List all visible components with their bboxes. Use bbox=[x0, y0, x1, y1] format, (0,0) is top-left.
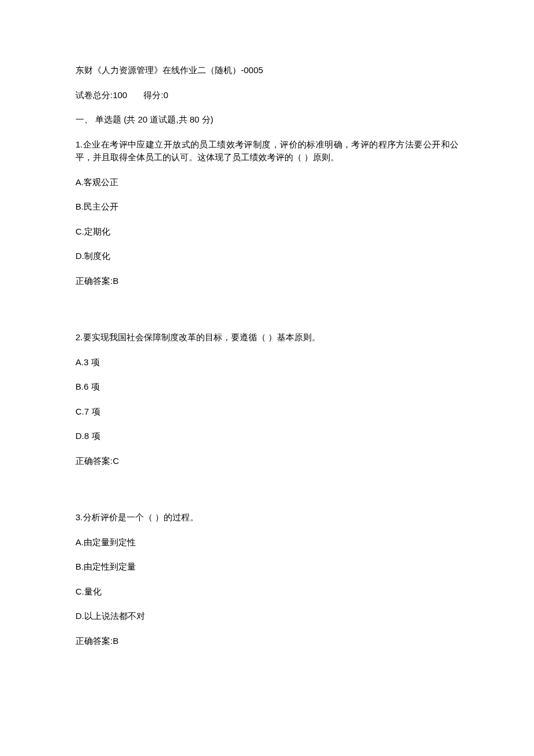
document-title: 东财《人力资源管理》在线作业二（随机）-0005 bbox=[75, 64, 459, 77]
score-value: 0 bbox=[163, 90, 168, 100]
option-c: C.7 项 bbox=[75, 405, 459, 419]
option-a: A.3 项 bbox=[75, 356, 459, 369]
option-a: A.客观公正 bbox=[75, 176, 459, 189]
option-d: D.以上说法都不对 bbox=[75, 610, 459, 623]
option-d: D.8 项 bbox=[75, 430, 459, 443]
correct-answer: 正确答案:C bbox=[75, 455, 459, 468]
option-b: B.6 项 bbox=[75, 380, 459, 394]
score-label: 得分: bbox=[143, 90, 163, 100]
question-text: 1.企业在考评中应建立开放式的员工绩效考评制度，评价的标准明确，考评的程序方法要… bbox=[75, 138, 459, 164]
option-a: A.由定量到定性 bbox=[75, 536, 459, 549]
option-c: C.量化 bbox=[75, 585, 459, 599]
total-score-label: 试卷总分: bbox=[75, 90, 113, 100]
option-d: D.制度化 bbox=[75, 250, 459, 263]
question-block: 1.企业在考评中应建立开放式的员工绩效考评制度，评价的标准明确，考评的程序方法要… bbox=[75, 138, 459, 288]
correct-answer: 正确答案:B bbox=[75, 635, 459, 648]
total-score-value: 100 bbox=[113, 90, 127, 100]
option-b: B.民主公开 bbox=[75, 200, 459, 214]
option-b: B.由定性到定量 bbox=[75, 560, 459, 574]
correct-answer: 正确答案:B bbox=[75, 275, 459, 288]
section-header: 一、 单选题 (共 20 道试题,共 80 分) bbox=[75, 113, 459, 127]
option-c: C.定期化 bbox=[75, 225, 459, 239]
question-block: 3.分析评价是一个（ ）的过程。 A.由定量到定性 B.由定性到定量 C.量化 … bbox=[75, 511, 459, 647]
question-block: 2.要实现我国社会保障制度改革的目标，要遵循（ ）基本原则。 A.3 项 B.6… bbox=[75, 331, 459, 467]
question-text: 3.分析评价是一个（ ）的过程。 bbox=[75, 511, 459, 524]
meta-line: 试卷总分:100得分:0 bbox=[75, 89, 459, 102]
question-text: 2.要实现我国社会保障制度改革的目标，要遵循（ ）基本原则。 bbox=[75, 331, 459, 344]
